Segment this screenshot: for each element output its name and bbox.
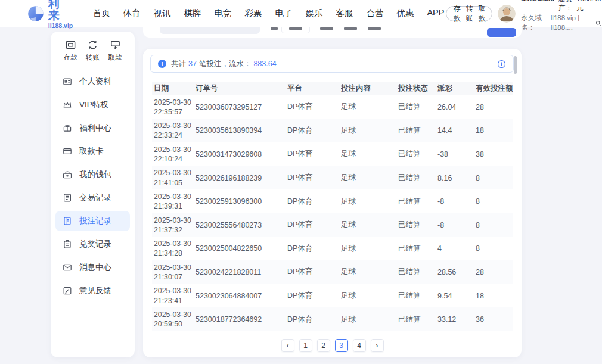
nav-item-5[interactable]: 电竞 bbox=[212, 5, 233, 21]
cell-valid-amount: 18 bbox=[476, 126, 513, 135]
cell-platform: DP体育 bbox=[287, 291, 341, 301]
pill-deposit-button[interactable]: 存款 bbox=[453, 4, 460, 24]
nav-item-7[interactable]: 电子 bbox=[273, 5, 294, 21]
nav-item-10[interactable]: 合营 bbox=[364, 5, 385, 21]
search-icon[interactable] bbox=[595, 20, 601, 27]
cell-bet-status: 已结算 bbox=[398, 173, 437, 183]
pagination-page-4[interactable]: 4 bbox=[353, 339, 366, 352]
pagination-page-1[interactable]: 1 bbox=[299, 339, 312, 352]
logo-title: 利 来 bbox=[48, 0, 77, 21]
sidebar-item-messages[interactable]: 消息中心 bbox=[55, 257, 130, 278]
feedback-icon bbox=[63, 286, 72, 295]
transactions-icon bbox=[63, 193, 72, 203]
expand-plus-icon[interactable] bbox=[497, 60, 506, 69]
gift-icon bbox=[63, 123, 72, 133]
quick-action-deposit[interactable]: 存款 bbox=[60, 39, 80, 62]
table-row: 2025-03-3021:30:075230024221828011DP体育足球… bbox=[152, 260, 513, 284]
sidebar-item-wallet[interactable]: 我的钱包 bbox=[55, 164, 130, 185]
assets-value: 1363.49元 bbox=[576, 0, 601, 13]
cell-order-no: 5230026196188239 bbox=[196, 174, 287, 182]
cell-platform: DP体育 bbox=[287, 220, 341, 230]
cell-bet-content: 足球 bbox=[341, 267, 398, 277]
table-row: 2025-03-3021:41:055230026196188239DP体育足球… bbox=[152, 166, 513, 190]
nav-item-12[interactable]: APP bbox=[425, 5, 446, 21]
sidebar-item-label: 交易记录 bbox=[79, 192, 111, 203]
cell-platform: DP体育 bbox=[287, 197, 341, 207]
withdraw-icon bbox=[110, 39, 121, 51]
domain-value: ll188.vip | ll188.... bbox=[551, 14, 594, 32]
cell-date: 2025-03-3022:35:57 bbox=[154, 98, 196, 117]
summary-count: 37 bbox=[188, 60, 197, 68]
quick-action-transfer[interactable]: 转账 bbox=[83, 39, 103, 62]
cell-order-no: 5230031473029608 bbox=[196, 150, 287, 158]
pagination-prev[interactable]: ‹ bbox=[281, 339, 294, 352]
sidebar-item-label: 个人资料 bbox=[79, 76, 111, 87]
cell-payout: 26.04 bbox=[437, 103, 476, 111]
cell-date: 2025-03-3022:33:24 bbox=[154, 121, 196, 140]
summary-bar: i 共计 37 笔投注，流水： 883.64 bbox=[150, 55, 514, 73]
cell-valid-amount: 8 bbox=[476, 244, 513, 253]
cell-bet-content: 足球 bbox=[341, 149, 398, 159]
sidebar-item-welfare[interactable]: 福利中心 bbox=[55, 118, 130, 138]
cell-bet-status: 已结算 bbox=[398, 197, 437, 207]
cell-valid-amount: 8 bbox=[476, 174, 513, 182]
cell-bet-status: 已结算 bbox=[398, 244, 437, 254]
table-row: 2025-03-3022:10:245230031473029608DP体育足球… bbox=[152, 142, 513, 166]
cell-date: 2025-03-3020:59:50 bbox=[154, 310, 196, 329]
pagination: ‹1234› bbox=[143, 339, 522, 352]
sidebar-item-withdraw-card[interactable]: 取款卡 bbox=[55, 141, 130, 161]
pill-withdraw-button[interactable]: 取款 bbox=[478, 4, 485, 24]
transfer-icon bbox=[87, 39, 98, 51]
table-row: 2025-03-3021:37:325230025556480273DP体育足球… bbox=[152, 213, 513, 237]
nav-item-3[interactable]: 视讯 bbox=[151, 5, 172, 21]
cell-order-no: 5230018772364692 bbox=[196, 315, 287, 323]
table-row: 2025-03-3022:33:245230035613890394DP体育足球… bbox=[152, 119, 513, 143]
pagination-page-3[interactable]: 3 bbox=[335, 339, 348, 352]
nav-item-4[interactable]: 棋牌 bbox=[182, 5, 203, 21]
sidebar-item-profile[interactable]: 个人资料 bbox=[55, 71, 130, 92]
sidebar: 存款 转账 取款 bbox=[51, 32, 135, 357]
username: anxin3399 bbox=[521, 0, 554, 4]
sidebar-item-redeem-records[interactable]: 兑奖记录 bbox=[55, 234, 130, 254]
cell-bet-status: 已结算 bbox=[398, 102, 437, 112]
quick-action-label: 存款 bbox=[60, 53, 80, 62]
filter-fragment bbox=[271, 27, 278, 30]
cell-bet-content: 足球 bbox=[341, 315, 398, 325]
nav-item-2[interactable]: 体育 bbox=[121, 5, 142, 21]
avatar[interactable] bbox=[498, 5, 516, 23]
cell-date: 2025-03-3021:34:28 bbox=[154, 239, 196, 258]
quick-action-withdraw[interactable]: 取款 bbox=[105, 39, 125, 62]
sidebar-item-vip[interactable]: VIP特权 bbox=[55, 95, 130, 115]
quick-action-label: 取款 bbox=[105, 53, 125, 62]
cell-bet-content: 足球 bbox=[341, 291, 398, 301]
pill-transfer-button[interactable]: 转账 bbox=[466, 4, 473, 24]
nav-item-8[interactable]: 娱乐 bbox=[303, 5, 324, 21]
nav-item-1[interactable]: 首页 bbox=[91, 5, 111, 21]
scrollbar-thumb[interactable] bbox=[514, 56, 517, 74]
sidebar-item-label: 我的钱包 bbox=[79, 169, 111, 180]
summary-turnover: 883.64 bbox=[253, 60, 276, 68]
cell-date: 2025-03-3022:10:24 bbox=[154, 145, 196, 164]
sidebar-item-transactions[interactable]: 交易记录 bbox=[55, 188, 130, 208]
cell-platform: DP体育 bbox=[287, 173, 341, 183]
cell-payout: 9.54 bbox=[437, 292, 476, 300]
cell-date: 2025-03-3021:41:05 bbox=[154, 168, 196, 187]
column-header: 派彩 bbox=[437, 83, 476, 94]
pagination-page-2[interactable]: 2 bbox=[317, 339, 330, 352]
column-header: 订单号 bbox=[196, 83, 287, 94]
cell-valid-amount: 38 bbox=[476, 150, 513, 158]
cell-platform: DP体育 bbox=[287, 149, 341, 159]
nav-item-9[interactable]: 客服 bbox=[334, 5, 355, 21]
table-row: 2025-03-3021:34:285230025004822650DP体育足球… bbox=[152, 237, 513, 261]
nav-item-6[interactable]: 彩票 bbox=[243, 5, 263, 21]
message-icon bbox=[63, 263, 72, 272]
nav-item-11[interactable]: 优惠 bbox=[395, 5, 415, 21]
sidebar-item-feedback[interactable]: 意见反馈 bbox=[55, 281, 130, 301]
sidebar-item-bet-records[interactable]: 投注记录 bbox=[55, 211, 130, 231]
logo[interactable]: 利 来 ll188.vip bbox=[27, 0, 76, 29]
pagination-next[interactable]: › bbox=[371, 339, 384, 352]
table-row: 2025-03-3022:35:575230036073295127DP体育足球… bbox=[152, 95, 513, 119]
table-row: 2025-03-3020:59:505230018772364692DP体育足球… bbox=[152, 307, 513, 331]
column-header: 有效投注额 bbox=[476, 83, 513, 94]
date-range-input[interactable] bbox=[160, 27, 260, 34]
